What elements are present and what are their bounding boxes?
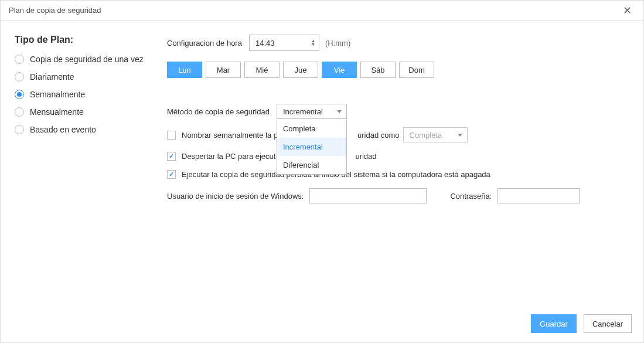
check-weekly-label-a: Nombrar semanalmente la p — [182, 131, 278, 140]
footer: Guardar Cancelar — [1, 305, 643, 342]
cancel-button[interactable]: Cancelar — [584, 314, 632, 333]
radio-icon — [15, 107, 24, 117]
windows-pass-input[interactable] — [498, 188, 580, 203]
windows-user-label: Usuario de inicio de sesión de Windows: — [167, 192, 304, 201]
method-dropdown: Completa Incremental Diferencial — [277, 120, 347, 175]
method-option-diferencial[interactable]: Diferencial — [277, 156, 346, 174]
day-label: Sáb — [371, 66, 384, 74]
day-dom[interactable]: Dom — [399, 62, 434, 78]
backup-plan-dialog: Plan de copia de seguridad ✕ Tipo de Pla… — [0, 0, 644, 343]
radio-event[interactable]: Basado en evento — [15, 125, 161, 134]
titlebar: Plan de copia de seguridad ✕ — [1, 1, 643, 21]
day-mie[interactable]: Mié — [244, 62, 280, 78]
windows-user-input[interactable] — [309, 188, 427, 203]
method-option-incremental[interactable]: Incremental — [277, 138, 346, 156]
radio-label: Copia de seguridad de una vez — [30, 55, 144, 64]
chevron-down-icon — [337, 110, 342, 113]
day-lun[interactable]: Lun — [167, 62, 202, 78]
day-label: Vie — [334, 66, 345, 74]
radio-once[interactable]: Copia de seguridad de una vez — [15, 55, 161, 64]
radio-icon — [15, 55, 24, 64]
radio-label: Mensualmente — [30, 107, 84, 117]
cancel-button-label: Cancelar — [592, 320, 623, 328]
window-title: Plan de copia de seguridad — [8, 6, 101, 15]
day-label: Dom — [408, 66, 424, 74]
radio-label: Diariamente — [30, 72, 74, 81]
radio-label: Semanalmente — [30, 90, 85, 99]
method-option-completa[interactable]: Completa — [277, 120, 346, 138]
method-label: Método de copia de seguridad — [167, 107, 270, 116]
method-select[interactable]: Incremental Completa Incremental Diferen… — [277, 104, 347, 119]
main-panel: Configuracion de hora 14:43 ▲▼ (H:mm) Lu… — [167, 35, 629, 305]
method-value: Incremental — [283, 107, 323, 116]
radio-monthly[interactable]: Mensualmente — [15, 107, 161, 117]
day-label: Mié — [256, 66, 268, 74]
check-wake-row: Despertar la PC para ejecut uridad — [167, 152, 629, 161]
save-button[interactable]: Guardar — [531, 314, 577, 333]
weekly-type-value: Completa — [410, 131, 442, 140]
check-missed-row: Ejecutar la copia de seguridad perdida a… — [167, 170, 629, 179]
time-suffix: (H:mm) — [325, 39, 350, 47]
plan-type-heading: Tipo de Plan: — [15, 35, 161, 45]
check-weekly-row: Nombrar semanalmente la p uridad como Co… — [167, 127, 629, 142]
check-weekly[interactable] — [167, 131, 176, 140]
time-input[interactable]: 14:43 ▲▼ — [249, 35, 319, 51]
day-label: Lun — [178, 66, 191, 74]
windows-pass-label: Contraseña: — [450, 192, 492, 201]
check-weekly-label-b: uridad como — [357, 131, 400, 140]
save-button-label: Guardar — [540, 320, 568, 328]
day-vie[interactable]: Vie — [322, 62, 357, 78]
radio-icon — [15, 72, 24, 81]
day-sab[interactable]: Sáb — [360, 62, 396, 78]
day-label: Jue — [295, 66, 307, 74]
day-mar[interactable]: Mar — [206, 62, 241, 78]
radio-icon — [15, 90, 24, 99]
plan-type-sidebar: Tipo de Plan: Copia de seguridad de una … — [15, 35, 167, 305]
check-wake-label-b: uridad — [355, 152, 376, 161]
time-value: 14:43 — [255, 39, 275, 47]
weekly-type-select[interactable]: Completa — [403, 127, 468, 142]
day-label: Mar — [217, 66, 230, 74]
chevron-down-icon — [458, 134, 462, 137]
radio-label: Basado en evento — [30, 125, 96, 134]
day-jue[interactable]: Jue — [283, 62, 318, 78]
close-icon[interactable]: ✕ — [618, 1, 636, 20]
radio-icon — [15, 125, 24, 134]
radio-weekly[interactable]: Semanalmente — [15, 90, 161, 99]
check-missed[interactable] — [167, 170, 176, 179]
time-label: Configuracion de hora — [167, 39, 242, 47]
check-wake[interactable] — [167, 152, 176, 161]
days-row: Lun Mar Mié Jue Vie Sáb Dom — [167, 62, 629, 78]
time-spinner-icon[interactable]: ▲▼ — [311, 39, 315, 46]
check-wake-label-a: Despertar la PC para ejecut — [182, 152, 275, 161]
radio-daily[interactable]: Diariamente — [15, 72, 161, 81]
login-row: Usuario de inicio de sesión de Windows: … — [167, 188, 629, 203]
